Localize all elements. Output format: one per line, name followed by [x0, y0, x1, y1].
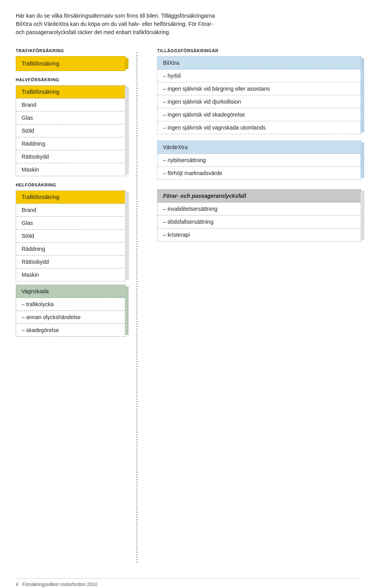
dotted-separator	[126, 48, 149, 562]
vardextra-header-row: VärdeXtra	[157, 141, 361, 154]
halv-row-1: Brand	[16, 99, 125, 111]
vagnskada-item-2: – skadegörelse	[16, 324, 125, 336]
halv-row-3: Stöld	[16, 124, 125, 137]
footer-page: 4	[16, 582, 18, 587]
trafik-section: TRAFIKFÖRSÄKRING Trafikförsäkring	[16, 48, 126, 71]
halv-row-2: Glas	[16, 111, 125, 124]
vardextra-item-0: – nybilsersättning	[157, 154, 361, 167]
footer-text: Försäkringsvillkor motorfordon 2010	[22, 582, 97, 587]
forar-item-0: – invaliditetsersättning	[157, 203, 361, 215]
bilxtra-item-0: – hyrbil	[157, 69, 361, 82]
intro-line1: Här kan du se vilka försäkringsalternati…	[16, 13, 215, 19]
footer: 4 Försäkringsvillkor motorfordon 2010	[16, 578, 361, 587]
intro-paragraph: Här kan du se vilka försäkringsalternati…	[16, 12, 291, 37]
trafik-header: TRAFIKFÖRSÄKRING	[16, 48, 126, 53]
bilxtra-group: BilXtra – hyrbil – ingen självrisk vid b…	[157, 56, 361, 134]
halv-group: Trafikförsäkring Brand Glas Stöld Räddni…	[16, 85, 126, 176]
trafik-item: Trafikförsäkring	[16, 56, 126, 71]
hel-row-3: Stöld	[16, 230, 125, 243]
vardextra-item-1: – förhöjt marknadsvärde	[157, 167, 361, 179]
halv-section: HALVFÖRSÄKRING Trafikförsäkring Brand Gl…	[16, 77, 126, 176]
left-column: TRAFIKFÖRSÄKRING Trafikförsäkring HALVFÖ…	[16, 48, 126, 339]
forar-item-1: – dödsfallsersättning	[157, 215, 361, 228]
intro-line2: BilXtra och VärdeXtra kan du köpa om du …	[16, 21, 213, 27]
dotted-line	[136, 52, 139, 562]
hel-row-5: Rättsskydd	[16, 256, 125, 268]
bilxtra-header-row: BilXtra	[157, 57, 361, 69]
halv-row-0: Trafikförsäkring	[16, 86, 125, 99]
forar-item-2: – kristerapi	[157, 228, 361, 241]
halv-row-6: Maskin	[16, 163, 125, 176]
intro-line3: och passagerarolycksfall räcker det med …	[16, 29, 170, 35]
vagnskada-header-row: Vagnskada	[16, 285, 125, 298]
vagnskada-item-1: – annan olyckshändelse	[16, 311, 125, 324]
vagnskada-item-0: – trafikolycka	[16, 298, 125, 311]
hel-group: Trafikförsäkring Brand Glas Stöld Räddni…	[16, 190, 126, 281]
hel-row-2: Glas	[16, 217, 125, 230]
hel-row-0: Trafikförsäkring	[16, 191, 125, 204]
forar-group: Förar- och passagerarolycksfall – invali…	[157, 189, 361, 241]
main-layout: TRAFIKFÖRSÄKRING Trafikförsäkring HALVFÖ…	[16, 48, 361, 562]
tillagg-header: TILLÄGGSFÖRSÄKRINGAR	[157, 48, 361, 53]
hel-header: HELFÖRSÄKRING	[16, 183, 126, 187]
bilxtra-item-1: – ingen självrisk vid bärgning eller ass…	[157, 82, 361, 95]
hel-row-4: Räddning	[16, 243, 125, 256]
right-column: TILLÄGGSFÖRSÄKRINGAR BilXtra – hyrbil – …	[149, 48, 361, 245]
halv-header: HALVFÖRSÄKRING	[16, 77, 126, 82]
bilxtra-item-3: – ingen självrisk vid skadegörelse	[157, 108, 361, 121]
halv-row-5: Rättsskydd	[16, 150, 125, 163]
hel-row-6: Maskin	[16, 268, 125, 281]
forar-header-row: Förar- och passagerarolycksfall	[157, 190, 361, 203]
vagnskada-group: Vagnskada – trafikolycka – annan olycksh…	[16, 285, 126, 337]
bilxtra-item-2: – ingen självrisk vid djurkollision	[157, 95, 361, 108]
hel-section: HELFÖRSÄKRING Trafikförsäkring Brand Gla…	[16, 183, 126, 337]
hel-row-1: Brand	[16, 204, 125, 217]
bilxtra-item-4: – ingen självrisk vid vagnskada utomland…	[157, 121, 361, 134]
vardextra-group: VärdeXtra – nybilsersättning – förhöjt m…	[157, 141, 361, 180]
halv-row-4: Räddning	[16, 137, 125, 150]
